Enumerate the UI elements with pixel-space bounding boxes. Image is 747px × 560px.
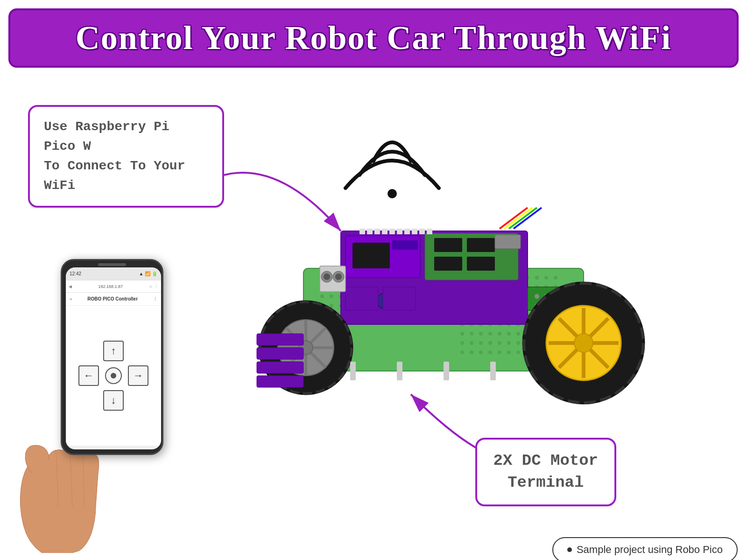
svg-point-143 [488, 350, 492, 354]
svg-point-55 [488, 276, 492, 280]
svg-point-81 [526, 294, 529, 298]
svg-point-82 [535, 294, 539, 298]
svg-point-146 [516, 350, 520, 354]
svg-point-109 [479, 322, 483, 326]
svg-point-14 [414, 276, 417, 280]
svg-point-180 [553, 294, 558, 299]
svg-point-69 [516, 285, 520, 289]
svg-point-218 [335, 273, 342, 280]
svg-point-135 [516, 341, 520, 345]
svg-point-65 [479, 285, 483, 289]
dpad-up-button[interactable]: ↑ [103, 341, 124, 361]
svg-point-133 [498, 341, 501, 345]
svg-point-80 [516, 294, 520, 298]
svg-point-31 [320, 294, 324, 298]
page-title: Control Your Robot Car Through WiFi [24, 19, 723, 57]
svg-point-40 [330, 304, 333, 308]
svg-rect-161 [359, 229, 365, 234]
svg-point-90 [507, 304, 511, 308]
svg-point-132 [488, 341, 492, 345]
svg-point-4 [320, 276, 324, 280]
svg-point-43 [358, 304, 361, 308]
svg-point-117 [554, 322, 557, 326]
svg-point-45 [330, 313, 333, 317]
dpad-right-button[interactable]: → [128, 365, 148, 386]
svg-point-15 [423, 276, 427, 280]
svg-point-19 [320, 285, 324, 289]
svg-point-16 [432, 276, 436, 280]
svg-point-50 [320, 341, 324, 345]
svg-rect-176 [528, 287, 565, 310]
dpad: ↑ ← → ↓ [78, 341, 148, 411]
svg-line-211 [286, 328, 326, 368]
svg-point-205 [524, 283, 643, 403]
sample-note-text: Sample project using Robo Pico [577, 544, 723, 556]
svg-line-202 [559, 318, 608, 368]
phone-app-header: ≡ ROBO PICO Controller ⋮ [66, 293, 161, 306]
svg-point-60 [535, 276, 539, 280]
svg-point-138 [544, 341, 548, 345]
svg-rect-220 [257, 348, 303, 359]
svg-point-85 [460, 304, 464, 308]
svg-point-74 [460, 294, 464, 298]
svg-point-5 [330, 276, 333, 280]
svg-point-189 [553, 329, 558, 334]
svg-line-173 [509, 208, 537, 229]
svg-point-100 [498, 313, 501, 317]
dpad-left-button[interactable]: ← [78, 365, 99, 386]
svg-rect-3 [303, 268, 584, 371]
svg-point-185 [544, 320, 549, 324]
svg-point-198 [523, 282, 644, 404]
svg-point-102 [516, 313, 520, 317]
svg-point-113 [516, 322, 520, 326]
svg-point-124 [516, 332, 520, 336]
phone-screen: 12:42 ▲ 📶 🔋 ◀ 192.168.1.87 ☆ ⋮ ≡ ROBO PI… [66, 267, 161, 449]
svg-point-147 [526, 350, 529, 354]
svg-point-94 [544, 304, 548, 308]
svg-rect-153 [352, 243, 390, 268]
svg-point-111 [498, 322, 501, 326]
phone-controller: ↑ ← → ↓ [66, 306, 161, 446]
svg-point-63 [460, 285, 464, 289]
svg-point-26 [386, 285, 389, 289]
svg-rect-166 [397, 229, 402, 234]
svg-rect-157 [467, 238, 495, 252]
svg-point-97 [470, 313, 473, 317]
svg-point-107 [460, 322, 464, 326]
svg-point-56 [498, 276, 501, 280]
svg-point-115 [535, 322, 539, 326]
svg-point-2 [388, 189, 397, 198]
svg-point-32 [330, 294, 333, 298]
dpad-down-button[interactable]: ↓ [103, 390, 124, 411]
svg-point-52 [460, 276, 464, 280]
svg-point-179 [544, 294, 549, 299]
motor-callout-text: 2X DC Motor Terminal [493, 450, 598, 494]
svg-line-210 [286, 328, 326, 368]
svg-point-59 [526, 276, 529, 280]
svg-point-36 [367, 294, 371, 298]
svg-point-149 [544, 350, 548, 354]
svg-point-92 [526, 304, 529, 308]
svg-rect-151 [341, 231, 528, 324]
svg-point-120 [479, 332, 483, 336]
svg-point-58 [516, 276, 520, 280]
svg-rect-197 [383, 287, 416, 310]
svg-point-125 [526, 332, 529, 336]
svg-point-71 [535, 285, 539, 289]
svg-line-174 [514, 208, 542, 229]
svg-point-129 [460, 341, 464, 345]
svg-point-199 [546, 306, 621, 380]
svg-point-18 [451, 276, 455, 280]
svg-point-148 [535, 350, 539, 354]
svg-point-123 [507, 332, 511, 336]
svg-point-62 [554, 276, 557, 280]
svg-point-194 [363, 294, 374, 308]
svg-point-110 [488, 322, 492, 326]
svg-point-217 [333, 271, 344, 282]
svg-point-78 [498, 294, 501, 298]
svg-point-131 [479, 341, 483, 345]
svg-point-130 [470, 341, 473, 345]
svg-rect-170 [427, 229, 432, 234]
svg-point-87 [479, 304, 483, 308]
dpad-center-button[interactable] [105, 367, 122, 384]
